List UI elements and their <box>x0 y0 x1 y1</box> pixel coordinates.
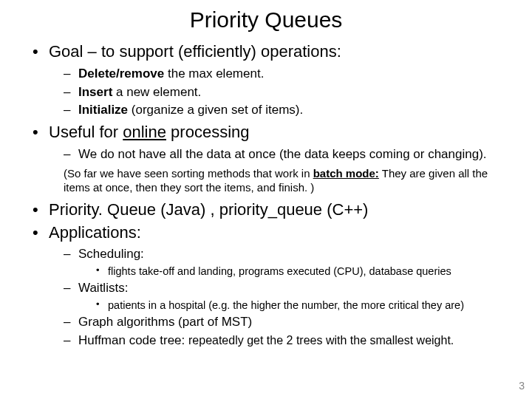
bullet-goal-text: Goal – to support (efficiently) operatio… <box>49 42 341 61</box>
page-number: 3 <box>519 380 525 392</box>
bullet-lang: Priority. Queue (Java) , priority_queue … <box>21 200 517 221</box>
op-init-rest: (organize a given set of items). <box>128 103 303 117</box>
online-b: processing <box>166 123 250 141</box>
apps-lead: Applications: <box>49 223 141 242</box>
op-delete-rest: the max element. <box>164 66 264 81</box>
op-delete-bold: Delete/remove <box>78 66 164 81</box>
app-sched-text: Scheduling: <box>78 247 144 261</box>
app-wait-sub: patients in a hospital (e.g. the higher … <box>78 299 517 313</box>
huff-b: repeatedly get the 2 trees with the smal… <box>188 334 454 347</box>
app-wait: Waitlists: patients in a hospital (e.g. … <box>49 280 517 313</box>
online-u: online <box>123 123 166 141</box>
bullet-online: Useful for online processing We do not h… <box>21 122 517 195</box>
op-insert: Insert a new element. <box>49 84 517 101</box>
online-sub: We do not have all the data at once (the… <box>49 146 517 163</box>
paren-u: batch mode: <box>313 167 379 180</box>
app-wait-text: Waitlists: <box>78 281 128 295</box>
huff-a: Huffman code tree: <box>78 333 188 347</box>
op-init: Initialize (organize a given set of item… <box>49 102 517 119</box>
op-init-bold: Initialize <box>78 103 128 117</box>
op-insert-rest: a new element. <box>112 85 201 99</box>
op-delete: Delete/remove the max element. <box>49 66 517 83</box>
online-a: Useful for <box>49 123 123 141</box>
app-sched-sub: flights take-off and landing, programs e… <box>78 265 517 279</box>
bullet-apps: Applications: Scheduling: flights take-o… <box>21 222 517 349</box>
app-graph: Graph algorithms (part of MST) <box>49 314 517 331</box>
paren-a: (So far we have seen sorting methods tha… <box>64 167 313 180</box>
app-huffman: Huffman code tree: repeatedly get the 2 … <box>49 332 517 349</box>
op-insert-bold: Insert <box>78 85 112 99</box>
bullet-goal: Goal – to support (efficiently) operatio… <box>21 41 517 119</box>
slide-body: Goal – to support (efficiently) operatio… <box>0 41 532 349</box>
batch-paren: (So far we have seen sorting methods tha… <box>49 166 517 195</box>
app-sched: Scheduling: flights take-off and landing… <box>49 246 517 279</box>
slide-title: Priority Queues <box>0 7 532 33</box>
